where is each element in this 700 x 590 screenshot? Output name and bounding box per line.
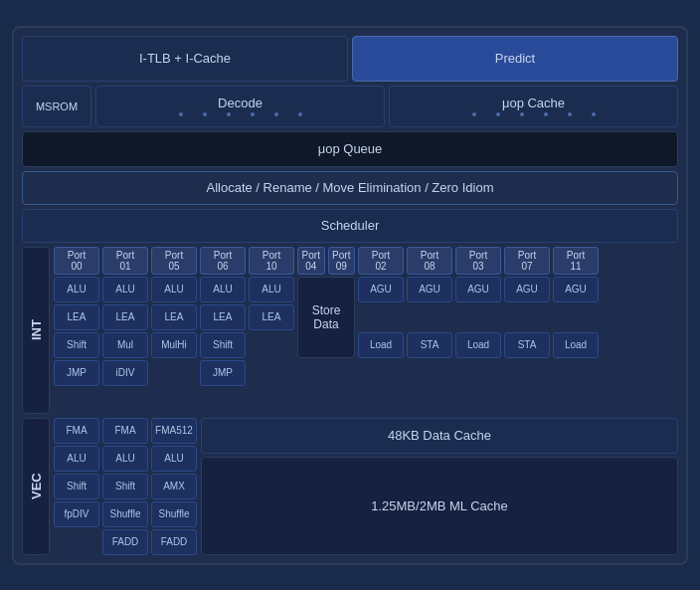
int-exec-area: INT Port00 ALU LEA Shift JMP Port01 ALU … — [22, 247, 678, 414]
msrom-block: MSROM — [22, 86, 91, 127]
port-04-09-empty1 — [303, 360, 349, 386]
int-exec-content: Port00 ALU LEA Shift JMP Port01 ALU LEA … — [54, 247, 678, 414]
vec-shuffle-2: Shuffle — [151, 501, 197, 527]
vec-fpdiv: fpDIV — [54, 501, 99, 527]
port-07-agu: AGU — [504, 277, 550, 302]
uop-queue-block: μop Queue — [22, 131, 678, 167]
vec-shuffle-1: Shuffle — [102, 501, 148, 527]
port-05-lea: LEA — [151, 304, 197, 330]
port-05-empty — [151, 360, 197, 386]
port-06-header: Port06 — [200, 247, 246, 275]
port-08-empty2 — [407, 360, 452, 386]
port-03-agu: AGU — [455, 277, 501, 302]
port-03-col: Port03 AGU Load — [455, 247, 501, 414]
port-11-col: Port11 AGU Load — [553, 247, 599, 414]
vec-area: VEC FMA FMA FMA512 ALU ALU ALU Shift Shi… — [22, 418, 678, 555]
port-08-empty — [407, 304, 452, 330]
port-07-header: Port07 — [504, 247, 550, 275]
scheduler-row: Scheduler — [22, 209, 678, 243]
vec-fadd-1: FADD — [102, 529, 148, 555]
port-07-col: Port07 AGU STA — [504, 247, 550, 414]
port-01-mul: Mul — [102, 332, 148, 358]
port-11-empty — [553, 304, 599, 330]
decode-block: Decode — [95, 86, 385, 127]
port-06-lea: LEA — [200, 304, 246, 330]
port-10-alu: ALU — [249, 277, 294, 302]
port-06-alu: ALU — [200, 277, 246, 302]
port-10-header: Port10 — [249, 247, 294, 275]
port-05-mulhi: MulHi — [151, 332, 197, 358]
port-08-header: Port08 — [407, 247, 452, 275]
vec-right: 48KB Data Cache 1.25MB/2MB ML Cache — [201, 418, 678, 555]
data-cache-block: 48KB Data Cache — [201, 418, 678, 454]
vec-shift-1: Shift — [54, 474, 99, 499]
port-07-sta: STA — [504, 332, 550, 358]
port-03-header: Port03 — [455, 247, 501, 275]
port-04-09-empty2 — [303, 388, 349, 414]
port-06-shift: Shift — [200, 332, 246, 358]
port-08-sta: STA — [407, 332, 452, 358]
port-01-idiv: iDIV — [102, 360, 148, 386]
port-05-header: Port05 — [151, 247, 197, 275]
port-06-col: Port06 ALU LEA Shift JMP — [200, 247, 246, 414]
uop-queue-row: μop Queue — [22, 131, 678, 167]
store-data-block: StoreData — [297, 277, 355, 358]
vec-left-cols: FMA FMA FMA512 ALU ALU ALU Shift Shift A… — [54, 418, 197, 555]
vec-amx: AMX — [151, 474, 197, 499]
port-10-lea: LEA — [249, 304, 294, 330]
port-04-09-col: Port04 Port09 StoreData — [297, 247, 355, 414]
port-01-alu: ALU — [102, 277, 148, 302]
port-00-lea: LEA — [54, 304, 99, 330]
port-00-jmp: JMP — [54, 360, 99, 386]
port-10-empty2 — [249, 360, 294, 386]
vec-alu-1: ALU — [54, 446, 99, 472]
port-07-empty — [504, 304, 550, 330]
port-03-load: Load — [455, 332, 501, 358]
port-10-empty1 — [249, 332, 294, 358]
vec-fadd-2: FADD — [151, 529, 197, 555]
cpu-diagram: I-TLB + I-Cache Predict MSROM Decode μop… — [12, 26, 688, 565]
vec-alu-2: ALU — [102, 446, 148, 472]
port-05-alu: ALU — [151, 277, 197, 302]
vec-empty-1 — [54, 529, 99, 555]
int-ports-row: Port00 ALU LEA Shift JMP Port01 ALU LEA … — [54, 247, 678, 414]
allocate-block: Allocate / Rename / Move Elimination / Z… — [22, 171, 678, 205]
predict-block: Predict — [352, 36, 678, 82]
port-02-load: Load — [358, 332, 404, 358]
port-00-alu: ALU — [54, 277, 99, 302]
port-08-col: Port08 AGU STA — [407, 247, 452, 414]
vec-alu-3: ALU — [151, 446, 197, 472]
vec-label: VEC — [22, 418, 50, 555]
port-11-load: Load — [553, 332, 599, 358]
port-01-col: Port01 ALU LEA Mul iDIV — [102, 247, 148, 414]
port-02-col: Port02 AGU Load — [358, 247, 404, 414]
uop-cache-block: μop Cache — [389, 86, 678, 127]
ml-cache-block: 1.25MB/2MB ML Cache — [201, 457, 678, 555]
port-01-lea: LEA — [102, 304, 148, 330]
decode-dots — [179, 112, 302, 116]
vec-row-shift: Shift Shift AMX — [54, 474, 197, 499]
vec-row-fpdiv: fpDIV Shuffle Shuffle — [54, 501, 197, 527]
port-05-col: Port05 ALU LEA MulHi — [151, 247, 197, 414]
decode-row: MSROM Decode μop Cache — [22, 86, 678, 127]
vec-row-fma: FMA FMA FMA512 — [54, 418, 197, 444]
vec-row-fadd: FADD FADD — [54, 529, 197, 555]
port-01-header: Port01 — [102, 247, 148, 275]
port-03-empty — [455, 304, 501, 330]
port-03-empty2 — [455, 360, 501, 386]
port-09-header: Port09 — [328, 247, 356, 275]
vec-fma512: FMA512 — [151, 418, 197, 444]
port-00-col: Port00 ALU LEA Shift JMP — [54, 247, 99, 414]
vec-shift-2: Shift — [102, 474, 148, 499]
vec-fma-1: FMA — [54, 418, 99, 444]
port-06-jmp: JMP — [200, 360, 246, 386]
vec-fma-2: FMA — [102, 418, 148, 444]
port-11-agu: AGU — [553, 277, 599, 302]
vec-row-alu: ALU ALU ALU — [54, 446, 197, 472]
port-02-agu: AGU — [358, 277, 404, 302]
port-07-empty2 — [504, 360, 550, 386]
port-02-empty — [358, 304, 404, 330]
port-02-header: Port02 — [358, 247, 404, 275]
itlb-icache-block: I-TLB + I-Cache — [22, 36, 348, 82]
port-08-agu: AGU — [407, 277, 452, 302]
